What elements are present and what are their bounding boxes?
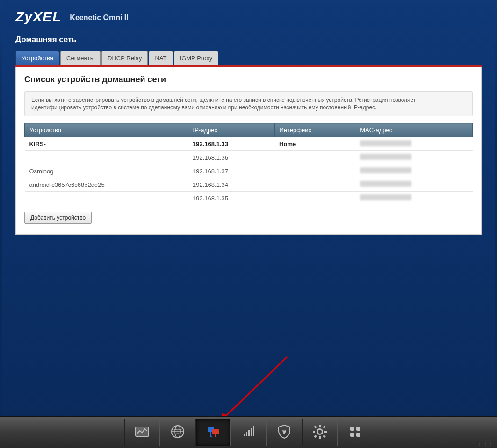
svg-rect-24 [323, 426, 325, 428]
nav-wifi[interactable] [231, 419, 267, 446]
svg-rect-25 [314, 435, 317, 438]
tab-devices[interactable]: Устройства [15, 51, 59, 65]
svg-rect-22 [314, 426, 317, 428]
dashboard-icon [134, 423, 151, 442]
devices-table: Устройство IP-адрес Интерфейс MAC-адрес … [24, 123, 473, 205]
tab-dhcp-relay[interactable]: DHCP Relay [101, 51, 148, 65]
page-title: Домашняя сеть [15, 35, 482, 44]
cell-mac [355, 178, 473, 192]
cell-mac [355, 164, 473, 178]
cell-iface [274, 164, 355, 178]
col-interface[interactable]: Интерфейс [274, 123, 355, 137]
tab-igmp-proxy[interactable]: IGMP Proxy [174, 51, 219, 65]
svg-rect-19 [319, 436, 321, 439]
svg-rect-15 [248, 430, 250, 436]
svg-rect-10 [215, 436, 216, 437]
svg-rect-14 [246, 432, 247, 436]
shield-icon [276, 423, 293, 442]
cell-device: ₊- [25, 192, 188, 205]
col-ip[interactable]: IP-адрес [188, 123, 274, 137]
cell-ip: 192.168.1.33 [188, 137, 274, 151]
svg-rect-27 [356, 427, 360, 431]
tabs: Устройства Сегменты DHCP Relay NAT IGMP … [2, 51, 495, 65]
col-mac[interactable]: MAC-адрес [355, 123, 473, 137]
svg-rect-17 [253, 426, 254, 436]
svg-rect-21 [324, 431, 327, 433]
cell-device: KIRS- [25, 137, 188, 151]
brand-logo: ZyXEL [15, 9, 61, 25]
main-area: ZyXEL Keenetic Omni II Домашняя сеть Уст… [2, 1, 495, 415]
gear-icon [311, 423, 328, 442]
nav-shield[interactable] [267, 419, 302, 446]
svg-rect-8 [212, 429, 219, 434]
tab-segments[interactable]: Сегменты [60, 51, 101, 65]
svg-rect-13 [244, 434, 245, 436]
svg-rect-2 [136, 427, 149, 436]
svg-rect-11 [210, 432, 211, 436]
table-row[interactable]: android-c3657c6c68e2de25 192.168.1.34 [25, 178, 473, 192]
svg-rect-9 [210, 436, 212, 437]
cell-mac [355, 192, 473, 205]
content-panel: Список устройств домашней сети Если вы х… [15, 67, 482, 235]
cell-iface [274, 178, 355, 192]
cell-device: android-c3657c6c68e2de25 [25, 178, 188, 192]
col-device[interactable]: Устройство [25, 123, 188, 137]
info-box: Если вы хотите зарегистрировать устройст… [24, 91, 473, 116]
svg-rect-29 [356, 433, 360, 437]
table-row[interactable]: ₊- 192.168.1.35 [25, 192, 473, 205]
cell-ip: 192.168.1.34 [188, 178, 274, 192]
svg-rect-12 [215, 434, 216, 436]
table-row[interactable]: 192.168.1.36 [25, 151, 473, 164]
cell-iface [274, 151, 355, 164]
table-row[interactable]: KIRS- 192.168.1.33 Home [25, 137, 473, 151]
cell-ip: 192.168.1.36 [188, 151, 274, 164]
cell-device: Osminog [25, 164, 188, 178]
cell-iface: Home [274, 137, 355, 151]
svg-rect-23 [323, 435, 325, 438]
table-row[interactable]: Osminog 192.168.1.37 [25, 164, 473, 178]
svg-rect-18 [319, 425, 321, 427]
model-name: Keenetic Omni II [70, 14, 128, 25]
nav-dashboard[interactable] [124, 419, 160, 446]
svg-rect-16 [251, 428, 252, 436]
resize-grip: ⋮⋮⋮ [477, 441, 494, 446]
nav-globe[interactable] [160, 419, 195, 446]
add-device-button[interactable]: Добавить устройство [24, 212, 92, 224]
cell-ip: 192.168.1.37 [188, 164, 274, 178]
bottom-nav-bar: ⋮⋮⋮ [0, 416, 497, 448]
nav-settings[interactable] [302, 419, 338, 446]
wifi-icon [240, 423, 257, 442]
panel-heading: Список устройств домашней сети [24, 75, 473, 85]
cell-ip: 192.168.1.35 [188, 192, 274, 205]
cell-device [25, 151, 188, 164]
nav-apps[interactable] [338, 419, 373, 446]
header: ZyXEL Keenetic Omni II Домашняя сеть [2, 1, 495, 51]
globe-icon [169, 423, 186, 442]
svg-rect-28 [350, 433, 354, 437]
tab-nat[interactable]: NAT [149, 51, 173, 65]
cell-iface [274, 192, 355, 205]
apps-icon [347, 423, 364, 442]
cell-mac [355, 137, 473, 151]
svg-rect-20 [313, 431, 315, 433]
nav-network[interactable] [195, 419, 231, 446]
svg-rect-26 [350, 427, 354, 431]
network-icon [205, 423, 222, 442]
bottom-nav [124, 419, 373, 446]
cell-mac [355, 151, 473, 164]
